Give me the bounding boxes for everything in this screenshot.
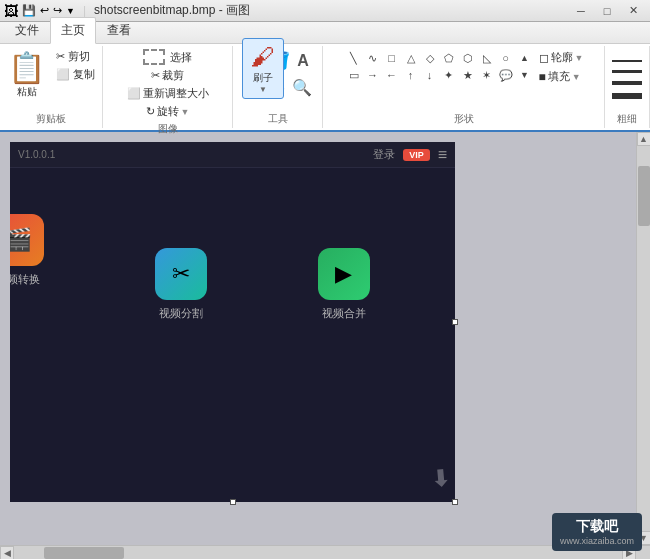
window-controls: ─ □ ✕ [568,1,646,21]
shape-diamond[interactable]: ◇ [422,50,438,66]
app-header-controls: 登录 VIP ≡ [373,146,447,164]
brush-icon: 🖌 [251,43,275,71]
paste-icon: 📋 [8,50,45,85]
shape-right-tri[interactable]: ◺ [479,50,495,66]
fill-dropdown[interactable]: ▼ [572,72,581,82]
paste-button[interactable]: 📋 粘贴 [4,48,49,101]
scroll-left-button[interactable]: ◀ [0,546,14,560]
resize-handle-right[interactable] [452,319,458,325]
brush-button[interactable]: 🖌 刷子 ▼ [242,38,284,99]
fill-icon-shapes: ■ [539,70,546,84]
text-tool[interactable]: A [295,50,311,72]
vip-badge[interactable]: VIP [403,149,430,161]
canvas-container: V1.0.0.1 登录 VIP ≡ 🎬 [10,142,455,502]
ribbon-tabs: 文件 主页 查看 [0,22,650,44]
shape-callout[interactable]: 💬 [498,67,514,83]
maximize-button[interactable]: □ [594,1,620,21]
resize-button[interactable]: ⬜ 重新调整大小 [125,85,211,102]
shape-arrow-down[interactable]: ↓ [422,67,438,83]
shape-triangle[interactable]: △ [403,50,419,66]
cut-button[interactable]: ✂ 剪切 [53,48,98,65]
resize-handle-corner[interactable] [452,499,458,505]
shape-oval[interactable]: ○ [498,50,514,66]
tab-file[interactable]: 文件 [4,17,50,43]
quick-redo[interactable]: ↪ [53,4,62,17]
shapes-group: ╲ ∿ □ △ ◇ ⬠ ⬡ ◺ ○ ▲ ▭ → ← ↑ ↓ ✦ ★ ✶ 💬 [323,46,605,128]
select-label: 选择 [170,50,192,65]
tab-home[interactable]: 主页 [50,17,96,44]
split-item[interactable]: ✂ 视频分割 [155,248,207,321]
split-label: 视频分割 [159,306,203,321]
canvas-wrapper: V1.0.0.1 登录 VIP ≡ 🎬 [0,132,636,545]
canvas[interactable]: V1.0.0.1 登录 VIP ≡ 🎬 [10,142,455,502]
outline-label: 轮廓 [551,50,573,65]
app-titlebar: V1.0.0.1 登录 VIP ≡ [10,142,455,168]
size-label: 粗细 [617,110,637,126]
app-menu-icon[interactable]: ≡ [438,146,447,164]
quick-undo[interactable]: ↩ [40,4,49,17]
rotate-button[interactable]: ↻ 旋转 ▼ [144,103,192,120]
shape-star5[interactable]: ★ [460,67,476,83]
shape-arrow-right[interactable]: → [365,67,381,83]
image-group: 选择 ✂ 裁剪 ⬜ 重新调整大小 ↻ 旋转 ▼ 图像 [103,46,233,128]
size-2px[interactable] [612,70,642,73]
watermark-text: 下载吧 [560,518,634,536]
app-window: V1.0.0.1 登录 VIP ≡ 🎬 [10,142,455,502]
select-icon [143,49,165,65]
close-button[interactable]: ✕ [620,1,646,21]
resize-icon: ⬜ [127,87,141,100]
shape-star4[interactable]: ✦ [441,67,457,83]
shape-scroll-up[interactable]: ▲ [517,50,533,66]
rotate-label: 旋转 [157,104,179,119]
merge-item[interactable]: ▶ 视频合并 [318,248,370,321]
shape-arrow-left[interactable]: ← [384,67,400,83]
size-3px[interactable] [612,81,642,85]
shape-pentagon[interactable]: ⬠ [441,50,457,66]
settings-link[interactable]: 登录 [373,147,395,162]
crop-button[interactable]: ✂ 裁剪 [149,67,186,84]
shape-rect[interactable]: □ [384,50,400,66]
crop-label: 裁剪 [162,68,184,83]
rotate-dropdown-icon: ▼ [181,107,190,117]
shape-rounded-rect[interactable]: ▭ [346,67,362,83]
copy-button[interactable]: ⬜ 复制 [53,66,98,83]
shapes-grid: ╲ ∿ □ △ ◇ ⬠ ⬡ ◺ ○ ▲ ▭ → ← ↑ ↓ ✦ ★ ✶ 💬 [344,48,537,85]
quick-save[interactable]: 💾 [22,4,36,17]
title-separator: | [83,4,86,18]
app-version-label: V1.0.0.1 [18,149,55,160]
size-1px[interactable] [612,60,642,62]
fill-section: ■ 填充 ▼ [539,69,584,84]
shapes-label: 形状 [454,110,474,126]
vertical-scrollbar: ▲ ▼ [636,132,650,545]
clipboard-group: 📋 粘贴 ✂ 剪切 ⬜ 复制 剪贴板 [0,46,103,128]
convert-icon: 🎬 [10,213,44,265]
size-4px[interactable] [612,93,642,99]
paste-label: 粘贴 [17,85,37,99]
resize-handle-bottom[interactable] [230,499,236,505]
minimize-button[interactable]: ─ [568,1,594,21]
scroll-track-v[interactable] [637,146,650,531]
zoom-tool[interactable]: 🔍 [290,76,314,99]
shape-star6[interactable]: ✶ [479,67,495,83]
shape-line[interactable]: ╲ [346,50,362,66]
shape-hex[interactable]: ⬡ [460,50,476,66]
scroll-track-h[interactable] [14,546,622,559]
shape-curve[interactable]: ∿ [365,50,381,66]
brush-dropdown: ▼ [259,85,267,94]
clipboard-small-buttons: ✂ 剪切 ⬜ 复制 [53,48,98,83]
outline-dropdown[interactable]: ▼ [575,53,584,63]
scroll-up-button[interactable]: ▲ [637,132,651,146]
scroll-thumb-h[interactable] [44,547,124,559]
shape-arrow-up[interactable]: ↑ [403,67,419,83]
tab-view[interactable]: 查看 [96,17,142,43]
scroll-thumb-v[interactable] [638,166,650,226]
convert-item[interactable]: 🎬 视频转换 [10,213,44,286]
merge-label: 视频合并 [322,306,366,321]
outline-section: ◻ 轮廓 ▼ [539,50,584,65]
select-button[interactable]: 选择 [141,48,194,66]
crop-icon: ✂ [151,69,160,82]
cut-label: 剪切 [68,49,90,64]
quick-dropdown[interactable]: ▼ [66,6,75,16]
shape-scroll-down[interactable]: ▼ [517,67,533,83]
download-watermark: 下载吧 www.xiazaiba.com [552,513,642,551]
